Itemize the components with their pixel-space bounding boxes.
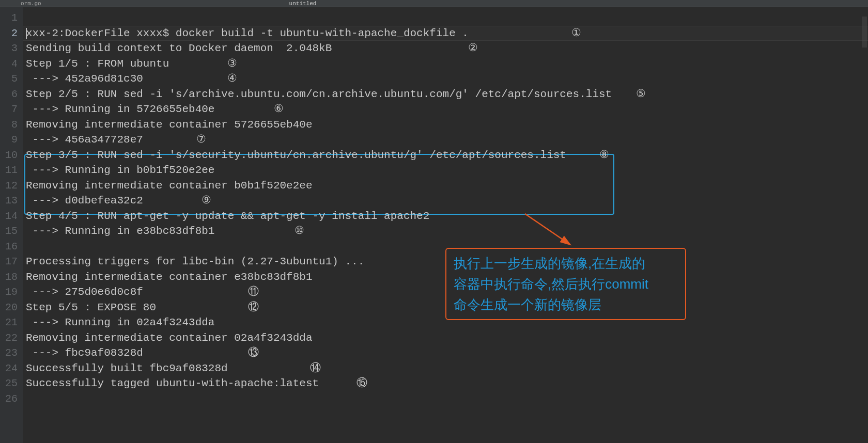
circled-annotation: ④	[227, 71, 237, 87]
line-number: 11	[0, 163, 18, 178]
code-line	[26, 239, 868, 255]
circled-annotation: ⑩	[295, 224, 304, 239]
code-line: Step 4/5 : RUN apt-get -y update && apt-…	[26, 209, 868, 224]
line-number: 12	[0, 178, 18, 194]
tab-active[interactable]: untitled	[289, 1, 317, 7]
line-number: 10	[0, 148, 18, 163]
code-line: ---> Running in 02a4f3243dda	[26, 315, 868, 330]
code-line	[26, 391, 868, 407]
circled-annotation: ③	[227, 56, 237, 72]
line-number: 24	[0, 361, 18, 376]
line-number: 1	[0, 10, 18, 26]
circled-annotation: ②	[468, 41, 478, 56]
line-number: 3	[0, 41, 18, 56]
line-number: 4	[0, 56, 18, 72]
code-line: Step 3/5 : RUN sed -i 's/security.ubuntu…	[26, 148, 868, 163]
line-number: 15	[0, 224, 18, 239]
code-line: Successfully built fbc9af08328d⑭	[26, 361, 868, 376]
code-line: Removing intermediate container e38bc83d…	[26, 270, 868, 285]
tab-inactive[interactable]: orm.go	[21, 1, 41, 7]
circled-annotation: ⑪	[248, 284, 259, 300]
code-content[interactable]: xxx-2:DockerFile xxxx$ docker build -t u…	[23, 7, 868, 443]
code-line: Removing intermediate container 5726655e…	[26, 117, 868, 133]
line-number: 6	[0, 87, 18, 102]
circled-annotation: ⑮	[357, 376, 367, 391]
code-line	[26, 10, 868, 26]
tab-bar[interactable]: orm.go untitled	[0, 0, 868, 7]
line-number: 19	[0, 284, 18, 300]
code-line: Removing intermediate container b0b1f520…	[26, 178, 868, 194]
line-number: 7	[0, 102, 18, 117]
code-line: ---> 275d0e6d0c8f⑪	[26, 284, 868, 300]
code-line: ---> fbc9af08328d⑬	[26, 345, 868, 361]
circled-annotation: ⑤	[636, 87, 646, 102]
code-line: Removing intermediate container 02a4f324…	[26, 330, 868, 346]
line-number: 25	[0, 376, 18, 391]
line-number: 20	[0, 300, 18, 315]
code-line: Step 2/5 : RUN sed -i 's/archive.ubuntu.…	[26, 87, 868, 102]
code-line: ---> Running in b0b1f520e2ee	[26, 163, 868, 178]
code-line: Processing triggers for libc-bin (2.27-3…	[26, 254, 868, 270]
line-number: 5	[0, 71, 18, 87]
line-number: 26	[0, 391, 18, 407]
code-line: Step 1/5 : FROM ubuntu③	[26, 56, 868, 72]
circled-annotation: ①	[571, 26, 581, 41]
line-number: 22	[0, 330, 18, 346]
line-number: 23	[0, 345, 18, 361]
line-number: 13	[0, 193, 18, 209]
code-line: Sending build context to Docker daemon 2…	[26, 41, 868, 56]
code-line: xxx-2:DockerFile xxxx$ docker build -t u…	[26, 26, 868, 41]
line-gutter: 1234567891011121314151617181920212223242…	[0, 7, 23, 443]
circled-annotation: ⑨	[202, 193, 211, 209]
code-line: ---> 456a347728e7⑦	[26, 132, 868, 148]
circled-annotation: ⑦	[196, 132, 206, 148]
editor-area[interactable]: 1234567891011121314151617181920212223242…	[0, 7, 868, 443]
line-number: 21	[0, 315, 18, 330]
line-number: 2	[0, 26, 18, 41]
code-line: Successfully tagged ubuntu-with-apache:l…	[26, 376, 868, 391]
code-line: ---> Running in e38bc83df8b1⑩	[26, 224, 868, 239]
line-number: 9	[0, 132, 18, 148]
circled-annotation: ⑫	[248, 300, 259, 315]
code-line: ---> d0dbefea32c2⑨	[26, 193, 868, 209]
line-number: 17	[0, 254, 18, 270]
code-line: ---> Running in 5726655eb40e⑥	[26, 102, 868, 117]
line-number: 14	[0, 209, 18, 224]
circled-annotation: ⑬	[248, 345, 259, 361]
code-line: Step 5/5 : EXPOSE 80⑫	[26, 300, 868, 315]
line-number: 16	[0, 239, 18, 255]
code-line: ---> 452a96d81c30④	[26, 71, 868, 87]
circled-annotation: ⑥	[274, 102, 284, 117]
circled-annotation: ⑭	[310, 361, 321, 376]
line-number: 18	[0, 270, 18, 285]
line-number: 8	[0, 117, 18, 133]
circled-annotation: ⑧	[599, 148, 609, 163]
